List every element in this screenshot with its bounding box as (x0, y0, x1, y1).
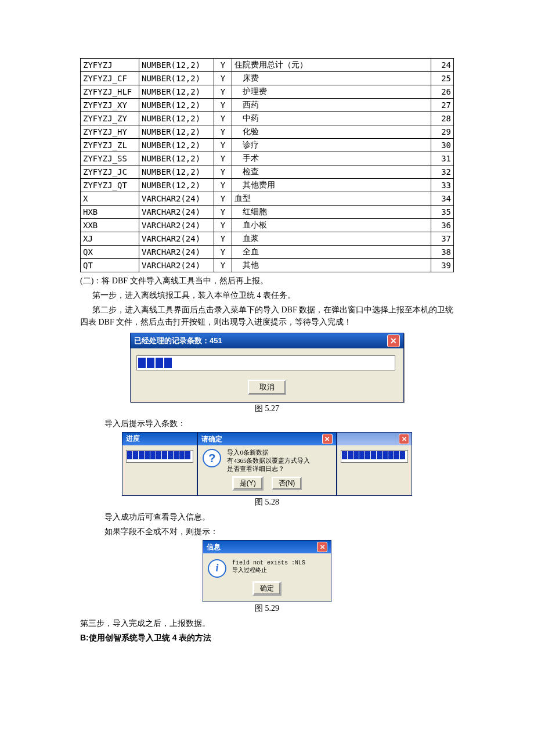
cancel-button[interactable]: 取消 (248, 380, 286, 395)
table-row: HXBVARCHAR2(24)Y红细胞35 (81, 206, 454, 219)
row-number-cell: 33 (431, 179, 454, 192)
row-number-cell: 24 (431, 59, 454, 72)
field-type-cell: NUMBER(12,2) (139, 125, 214, 139)
row-number-cell: 32 (431, 165, 454, 179)
description-cell: 诊疗 (232, 139, 431, 152)
field-name-cell: ZYFYZJ_CF (81, 72, 139, 85)
field-name-cell: ZYFYZJ_HY (81, 125, 139, 139)
field-type-cell: NUMBER(12,2) (139, 112, 214, 125)
field-name-cell: ZYFYZJ_XY (81, 99, 139, 112)
field-name-cell: XJ (81, 232, 139, 246)
field-name-cell: ZYFYZJ_JC (81, 165, 139, 179)
field-type-cell: VARCHAR2(24) (139, 192, 214, 206)
step-1-text: 第一步，进入离线填报工具，装入本单位卫统 4 表任务。 (80, 289, 454, 301)
table-row: ZYFYZJ_HLFNUMBER(12,2)Y护理费26 (81, 85, 454, 99)
field-type-cell: NUMBER(12,2) (139, 179, 214, 192)
description-cell: 中药 (232, 112, 431, 125)
row-number-cell: 25 (431, 72, 454, 85)
field-name-cell: XXB (81, 219, 139, 232)
nullable-flag-cell: Y (214, 192, 232, 206)
field-type-cell: VARCHAR2(24) (139, 206, 214, 219)
row-number-cell: 27 (431, 99, 454, 112)
progress-left-title: 进度 (122, 433, 197, 445)
info-dialog: 信息 ✕ field not exists :NLS 导入过程终止 确定 (203, 540, 331, 602)
row-number-cell: 34 (431, 192, 454, 206)
nullable-flag-cell: Y (214, 125, 232, 139)
close-icon[interactable]: ✕ (387, 334, 400, 347)
field-name-cell: ZYFYZJ_ZL (81, 139, 139, 152)
description-cell: 血小板 (232, 219, 431, 232)
nullable-flag-cell: Y (214, 206, 232, 219)
table-row: XJVARCHAR2(24)Y血浆37 (81, 232, 454, 246)
field-type-cell: NUMBER(12,2) (139, 85, 214, 99)
nullable-flag-cell: Y (214, 99, 232, 112)
step-2-text: 第二步，进入离线工具界面后点击录入菜单下的导入 DBF 数据，在弹出窗口中选择上… (80, 304, 454, 328)
field-name-cell: QX (81, 246, 139, 259)
table-row: QTVARCHAR2(24)Y其他39 (81, 259, 454, 272)
description-cell: 红细胞 (232, 206, 431, 219)
progress-bar-right (341, 450, 408, 463)
field-name-cell: X (81, 192, 139, 206)
import-field-error-text: 如果字段不全或不对，则提示： (80, 525, 454, 538)
info-dialog-title: 信息 (207, 542, 221, 552)
table-row: QXVARCHAR2(24)Y全血38 (81, 246, 454, 259)
field-name-cell: ZYFYZJ_HLF (81, 85, 139, 99)
nullable-flag-cell: Y (214, 259, 232, 272)
table-row: ZYFYZJ_ZYNUMBER(12,2)Y中药28 (81, 112, 454, 125)
progress-bar (136, 355, 395, 370)
nullable-flag-cell: Y (214, 165, 232, 179)
progress-dialog-title: 已经处理的记录条数：451 (134, 336, 222, 346)
progress-bar-left (126, 450, 193, 463)
row-number-cell: 36 (431, 219, 454, 232)
section-b-heading: B:使用创智系统导入卫统 4 表的方法 (80, 632, 454, 644)
question-icon: ? (203, 449, 221, 467)
field-type-cell: VARCHAR2(24) (139, 232, 214, 246)
field-name-cell: ZYFYZJ (81, 59, 139, 72)
nullable-flag-cell: Y (214, 72, 232, 85)
nullable-flag-cell: Y (214, 59, 232, 72)
field-type-cell: VARCHAR2(24) (139, 246, 214, 259)
confirm-dialog-title: 请确定 (201, 434, 222, 444)
ok-button[interactable]: 确定 (252, 581, 282, 596)
description-cell: 其他费用 (232, 179, 431, 192)
nullable-flag-cell: Y (214, 246, 232, 259)
field-type-cell: NUMBER(12,2) (139, 99, 214, 112)
info-icon (208, 559, 226, 578)
field-name-cell: ZYFYZJ_ZY (81, 112, 139, 125)
close-icon[interactable]: ✕ (317, 542, 327, 552)
row-number-cell: 39 (431, 259, 454, 272)
confirm-dialog-message: 导入0条新数据 有4365条数据以覆盖方式导入 是否查看详细日志？ (227, 449, 310, 473)
close-icon[interactable]: ✕ (399, 434, 409, 444)
nullable-flag-cell: Y (214, 112, 232, 125)
row-number-cell: 29 (431, 125, 454, 139)
import-success-text: 导入成功后可查看导入信息。 (80, 511, 454, 523)
field-type-cell: NUMBER(12,2) (139, 152, 214, 165)
row-number-cell: 38 (431, 246, 454, 259)
field-type-cell: NUMBER(12,2) (139, 72, 214, 85)
schema-table: ZYFYZJNUMBER(12,2)Y住院费用总计（元）24ZYFYZJ_CFN… (80, 58, 454, 272)
description-cell: 化验 (232, 125, 431, 139)
nullable-flag-cell: Y (214, 179, 232, 192)
table-row: XVARCHAR2(24)Y血型34 (81, 192, 454, 206)
description-cell: 手术 (232, 152, 431, 165)
figure-caption-5-28: 图 5.28 (80, 497, 454, 507)
table-row: ZYFYZJ_CFNUMBER(12,2)Y床费25 (81, 72, 454, 85)
description-cell: 床费 (232, 72, 431, 85)
after-import-count-text: 导入后提示导入条数： (80, 417, 454, 430)
close-icon[interactable]: ✕ (322, 434, 333, 444)
step-3-text: 第三步，导入完成之后，上报数据。 (80, 617, 454, 629)
row-number-cell: 37 (431, 232, 454, 246)
field-type-cell: NUMBER(12,2) (139, 165, 214, 179)
description-cell: 血浆 (232, 232, 431, 246)
confirm-dialog-group: 进度 请确定 ✕ ? 导入0条新数据 有4365条数据以覆盖方式导入 是否查看详… (122, 432, 412, 496)
row-number-cell: 28 (431, 112, 454, 125)
yes-button[interactable]: 是(Y) (232, 476, 264, 491)
nullable-flag-cell: Y (214, 152, 232, 165)
no-button[interactable]: 否(N) (272, 477, 302, 490)
field-name-cell: HXB (81, 206, 139, 219)
table-row: ZYFYZJ_QTNUMBER(12,2)Y其他费用33 (81, 179, 454, 192)
table-row: ZYFYZJ_HYNUMBER(12,2)Y化验29 (81, 125, 454, 139)
description-cell: 血型 (232, 192, 431, 206)
field-name-cell: ZYFYZJ_QT (81, 179, 139, 192)
field-name-cell: QT (81, 259, 139, 272)
